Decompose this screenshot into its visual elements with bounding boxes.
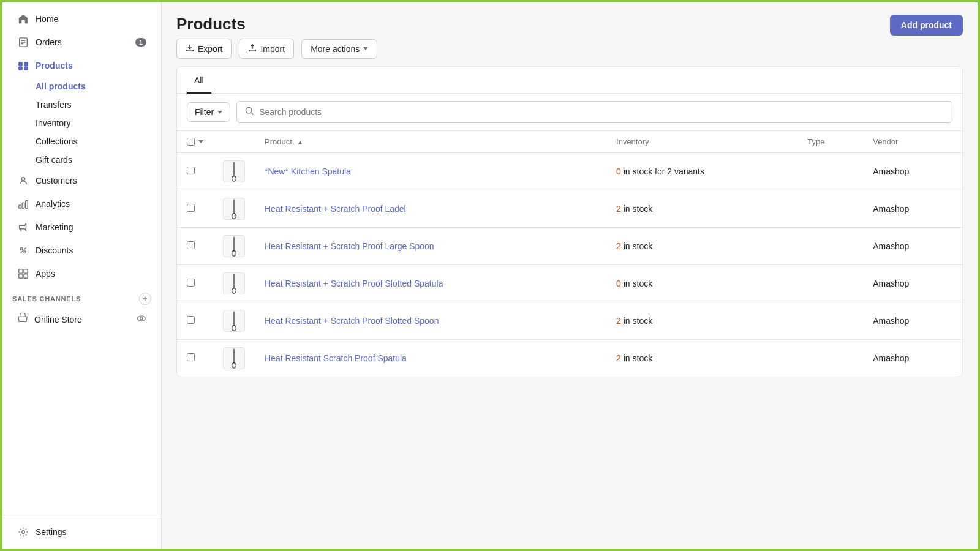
svg-line-14	[21, 248, 26, 253]
import-button[interactable]: Import	[239, 39, 294, 59]
row-product-name-cell: *New* Kitchen Spatula	[255, 153, 606, 190]
search-input[interactable]	[259, 107, 944, 117]
sidebar-apps-label: Apps	[36, 269, 55, 279]
more-actions-button[interactable]: More actions	[301, 39, 377, 59]
svg-rect-11	[26, 201, 28, 209]
add-product-button[interactable]: Add product	[890, 15, 963, 36]
sidebar-subitem-gift-cards[interactable]: Gift cards	[7, 151, 156, 168]
row-checkbox-cell	[177, 302, 213, 340]
sidebar-item-customers[interactable]: Customers	[7, 170, 156, 192]
product-thumbnail	[223, 310, 245, 332]
row-checkbox[interactable]	[187, 204, 195, 212]
apps-icon	[17, 268, 29, 280]
inventory-count: 2	[616, 353, 621, 363]
row-product-name-cell: Heat Resistant Scratch Proof Spatula	[255, 340, 606, 377]
sidebar-settings-label: Settings	[36, 527, 67, 537]
svg-point-21	[22, 531, 25, 534]
row-checkbox-cell	[177, 190, 213, 228]
product-thumbnail	[223, 347, 245, 369]
th-type: Type	[797, 131, 863, 153]
inventory-count: 2	[616, 204, 621, 214]
online-store-icon	[17, 313, 28, 326]
sidebar-item-analytics[interactable]: Analytics	[7, 193, 156, 215]
product-icon	[225, 161, 243, 182]
product-icon	[225, 348, 243, 369]
row-inventory-cell: 0 in stock for 2 variants	[606, 153, 797, 190]
customers-icon	[17, 174, 29, 187]
row-product-name-cell: Heat Resistant + Scratch Proof Slotted S…	[255, 265, 606, 302]
sidebar-item-discounts[interactable]: Discounts	[7, 239, 156, 261]
svg-rect-9	[19, 205, 21, 208]
sidebar-item-products[interactable]: Products	[7, 54, 156, 77]
product-name-link[interactable]: *New* Kitchen Spatula	[265, 167, 351, 176]
svg-point-12	[21, 248, 23, 250]
th-product[interactable]: Product ▲	[255, 131, 606, 153]
row-thumbnail-cell	[213, 302, 255, 340]
main-content: Products Export	[162, 2, 978, 549]
row-checkbox[interactable]	[187, 316, 195, 324]
sidebar-item-marketing[interactable]: Marketing	[7, 216, 156, 238]
inventory-count: 0	[616, 167, 621, 176]
sidebar-subitem-transfers[interactable]: Transfers	[7, 96, 156, 113]
row-thumbnail-cell	[213, 228, 255, 265]
chevron-down-icon	[363, 47, 368, 50]
row-checkbox[interactable]	[187, 279, 195, 287]
svg-point-28	[232, 251, 236, 257]
row-checkbox[interactable]	[187, 353, 195, 361]
svg-point-19	[138, 316, 146, 321]
row-vendor-cell: Amashop	[863, 190, 962, 228]
row-checkbox[interactable]	[187, 241, 195, 249]
sidebar-subitem-all-products[interactable]: All products	[7, 78, 156, 95]
export-button[interactable]: Export	[176, 39, 232, 59]
product-name-link[interactable]: Heat Resistant + Scratch Proof Slotted S…	[265, 279, 443, 288]
select-dropdown-icon[interactable]	[198, 140, 203, 143]
export-icon	[186, 43, 194, 54]
import-icon	[248, 43, 257, 54]
sidebar-subitem-collections[interactable]: Collections	[7, 133, 156, 150]
row-vendor-cell: Amashop	[863, 153, 962, 190]
product-icon	[225, 310, 243, 331]
sidebar-subitem-inventory[interactable]: Inventory	[7, 114, 156, 132]
product-name-link[interactable]: Heat Resistant + Scratch Proof Slotted S…	[265, 316, 439, 326]
row-type-cell	[797, 340, 863, 377]
select-all-checkbox[interactable]	[187, 138, 195, 146]
row-thumbnail-cell	[213, 153, 255, 190]
row-checkbox-cell	[177, 153, 213, 190]
row-inventory-cell: 0 in stock	[606, 265, 797, 302]
inventory-text: in stock	[621, 241, 652, 251]
inventory-text: in stock	[621, 316, 652, 326]
svg-point-22	[246, 107, 252, 113]
product-name-link[interactable]: Heat Resistant Scratch Proof Spatula	[265, 353, 407, 363]
add-channel-button[interactable]: +	[139, 293, 151, 305]
sidebar-item-settings[interactable]: Settings	[7, 521, 156, 543]
th-inventory: Inventory	[606, 131, 797, 153]
header-left: Products Export	[176, 15, 377, 59]
discounts-icon	[17, 244, 29, 257]
sidebar-item-online-store[interactable]: Online Store	[7, 308, 156, 331]
table-header-row: Product ▲ Inventory Type Vendor	[177, 131, 962, 153]
eye-icon[interactable]	[137, 313, 146, 325]
product-thumbnail	[223, 235, 245, 257]
table-row: Heat Resistant + Scratch Proof Large Spo…	[177, 228, 962, 265]
table-row: Heat Resistant Scratch Proof Spatula 2 i…	[177, 340, 962, 377]
inventory-text: in stock	[621, 353, 652, 363]
marketing-icon	[17, 221, 29, 233]
sidebar-products-label: Products	[36, 61, 73, 70]
inventory-count: 0	[616, 279, 621, 288]
sidebar-discounts-label: Discounts	[36, 246, 73, 255]
product-name-link[interactable]: Heat Resistant + Scratch Proof Ladel	[265, 204, 406, 214]
sidebar-item-apps[interactable]: Apps	[7, 263, 156, 285]
svg-point-13	[24, 251, 26, 253]
row-checkbox[interactable]	[187, 167, 195, 174]
product-name-link[interactable]: Heat Resistant + Scratch Proof Large Spo…	[265, 241, 434, 251]
tab-all[interactable]: All	[187, 67, 211, 94]
sidebar-item-orders[interactable]: Orders 1	[7, 31, 156, 53]
th-select-all	[177, 131, 213, 153]
sidebar-item-home[interactable]: Home	[7, 8, 156, 30]
orders-icon	[17, 36, 29, 48]
analytics-icon	[17, 198, 29, 210]
online-store-label: Online Store	[34, 315, 82, 324]
filter-button[interactable]: Filter	[187, 102, 230, 122]
product-thumbnail	[223, 272, 245, 294]
sales-channels-section: SALES CHANNELS +	[2, 285, 161, 307]
